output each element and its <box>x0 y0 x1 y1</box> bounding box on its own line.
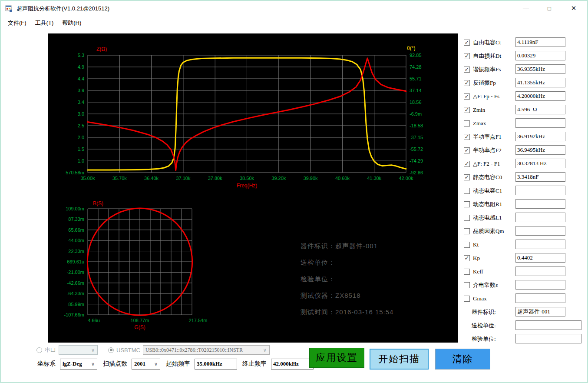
parameter-value-input[interactable] <box>515 51 565 60</box>
parameter-value-input[interactable] <box>515 172 565 182</box>
parameter-row: Keff <box>464 265 588 278</box>
parameter-label: △F: F2 - F1 <box>473 160 500 167</box>
parameter-value-input[interactable] <box>515 240 565 249</box>
svg-text:217.54m: 217.54m <box>189 318 208 323</box>
minimize-button[interactable]: — <box>519 1 532 16</box>
usbtmc-radio[interactable] <box>108 347 114 353</box>
parameter-label: 动态电容C1 <box>473 187 502 195</box>
parameter-checkbox[interactable]: ✓ <box>464 67 470 73</box>
usbtmc-address-combo[interactable]: USB0::0x0471::0x2786::T020215010::INSTR … <box>143 345 270 355</box>
parameter-value-input[interactable] <box>515 213 565 222</box>
svg-text:37.14: 37.14 <box>410 88 422 93</box>
svg-text:3.0: 3.0 <box>78 111 84 117</box>
parameter-checkbox[interactable]: ✓ <box>464 53 470 59</box>
parameter-value-input[interactable] <box>515 118 565 128</box>
svg-text:4.66u: 4.66u <box>88 318 100 323</box>
svg-text:3.9: 3.9 <box>78 88 84 93</box>
serial-port-combo[interactable]: ∨ <box>59 345 98 355</box>
svg-text:55.71: 55.71 <box>410 76 422 81</box>
usbtmc-address-value: USB0::0x0471::0x2786::T020215010::INSTR <box>145 347 243 353</box>
svg-text:36.40k: 36.40k <box>144 176 159 181</box>
svg-text:-85.99m: -85.99m <box>67 302 84 307</box>
menu-tools[interactable]: 工具(T) <box>31 17 58 29</box>
close-button[interactable]: ✕ <box>567 1 580 16</box>
identity-row: 送检单位: <box>464 319 588 332</box>
parameter-label: Kp <box>473 255 480 262</box>
parameter-label: 谐振频率Fs <box>473 66 501 73</box>
parameter-row: ✓谐振频率Fs <box>464 63 588 76</box>
clear-button[interactable]: 清除 <box>435 349 490 370</box>
parameter-value-input[interactable] <box>515 199 565 209</box>
parameter-label: 静态电容C0 <box>473 173 502 181</box>
parameter-label: 动态电感L1 <box>473 214 502 222</box>
parameter-value-input[interactable] <box>515 78 565 87</box>
parameter-checkbox[interactable]: ✓ <box>464 40 470 46</box>
parameter-value-input[interactable] <box>515 64 565 74</box>
parameter-checkbox[interactable]: ✓ <box>464 174 470 180</box>
svg-text:108.77m: 108.77m <box>131 318 149 323</box>
serial-radio-label: 串口 <box>45 346 56 354</box>
parameter-checkbox[interactable] <box>464 296 470 302</box>
parameter-value-input[interactable] <box>515 226 565 236</box>
device-info-line: 测试时间：2016-03-16 15:54 <box>301 304 393 320</box>
svg-text:35.00k: 35.00k <box>80 176 95 181</box>
svg-text:570.58m: 570.58m <box>66 170 84 175</box>
start-scan-button[interactable]: 开始扫描 <box>370 349 429 370</box>
parameter-value-input[interactable] <box>515 91 565 101</box>
parameter-row: Zmax <box>464 117 588 130</box>
identity-value-input[interactable] <box>515 307 565 316</box>
parameter-checkbox[interactable]: ✓ <box>464 107 470 113</box>
parameter-row: ✓自由电容Ct <box>464 36 588 49</box>
svg-text:-92.86: -92.86 <box>410 170 423 175</box>
identity-label: 检验单位: <box>464 335 496 343</box>
parameter-value-input[interactable] <box>515 159 565 168</box>
parameter-checkbox[interactable] <box>464 269 470 275</box>
parameter-value-input[interactable] <box>515 186 565 195</box>
stop-freq-input[interactable] <box>271 359 314 370</box>
parameter-checkbox[interactable]: ✓ <box>464 147 470 153</box>
serial-radio[interactable] <box>36 347 42 353</box>
parameter-value-input[interactable] <box>515 280 565 290</box>
parameter-checkbox[interactable] <box>464 215 470 221</box>
parameter-value-input[interactable] <box>515 266 565 276</box>
identity-value-input[interactable] <box>515 334 581 343</box>
identity-row: 器件标识: <box>464 305 588 319</box>
window-title: 超声阻抗分析软件(V1.0.21@201512) <box>17 5 109 13</box>
parameter-row: 品质因素Qm <box>464 224 588 238</box>
maximize-button[interactable]: □ <box>543 1 556 16</box>
sweep-points-value: 2001 <box>134 360 145 367</box>
coord-system-combo[interactable]: lgZ-Deg ∨ <box>60 359 97 370</box>
parameter-checkbox[interactable] <box>464 228 470 234</box>
parameter-checkbox[interactable]: ✓ <box>464 80 470 86</box>
menu-file[interactable]: 文件(F) <box>3 17 31 29</box>
svg-text:39.20k: 39.20k <box>271 176 286 181</box>
app-window: 超声阻抗分析软件(V1.0.21@201512) — □ ✕ 文件(F) 工具(… <box>0 0 588 383</box>
parameter-value-input[interactable] <box>515 145 565 155</box>
parameter-value-input[interactable] <box>515 293 565 303</box>
parameter-value-input[interactable] <box>515 132 565 141</box>
sweep-points-combo[interactable]: 2001 ∨ <box>132 359 160 370</box>
identity-value-input[interactable] <box>515 320 581 330</box>
parameter-checkbox[interactable] <box>464 120 470 127</box>
chevron-down-icon: ∨ <box>152 361 160 367</box>
parameter-checkbox[interactable] <box>464 188 470 194</box>
parameter-checkbox[interactable]: ✓ <box>464 161 470 167</box>
parameter-value-input[interactable] <box>515 37 565 47</box>
parameter-checkbox[interactable]: ✓ <box>464 255 470 261</box>
svg-text:35.70k: 35.70k <box>112 176 127 181</box>
parameter-checkbox[interactable] <box>464 242 470 248</box>
start-freq-input[interactable] <box>195 359 237 370</box>
parameter-row: ✓反谐振Fp <box>464 76 588 90</box>
parameter-row: ✓△F: Fp - Fs <box>464 90 588 103</box>
parameter-checkbox[interactable]: ✓ <box>464 93 470 100</box>
parameter-value-input[interactable] <box>515 253 565 263</box>
parameter-checkbox[interactable] <box>464 201 470 207</box>
svg-text:92.85: 92.85 <box>410 53 422 58</box>
apply-settings-button[interactable]: 应用设置 <box>309 348 364 368</box>
parameter-row: ✓半功率点F2 <box>464 143 588 157</box>
menu-help[interactable]: 帮助(H) <box>58 17 86 29</box>
parameter-checkbox[interactable] <box>464 282 470 288</box>
parameter-checkbox[interactable]: ✓ <box>464 134 470 140</box>
svg-text:109.00m: 109.00m <box>66 206 84 211</box>
parameter-value-input[interactable] <box>515 105 565 114</box>
